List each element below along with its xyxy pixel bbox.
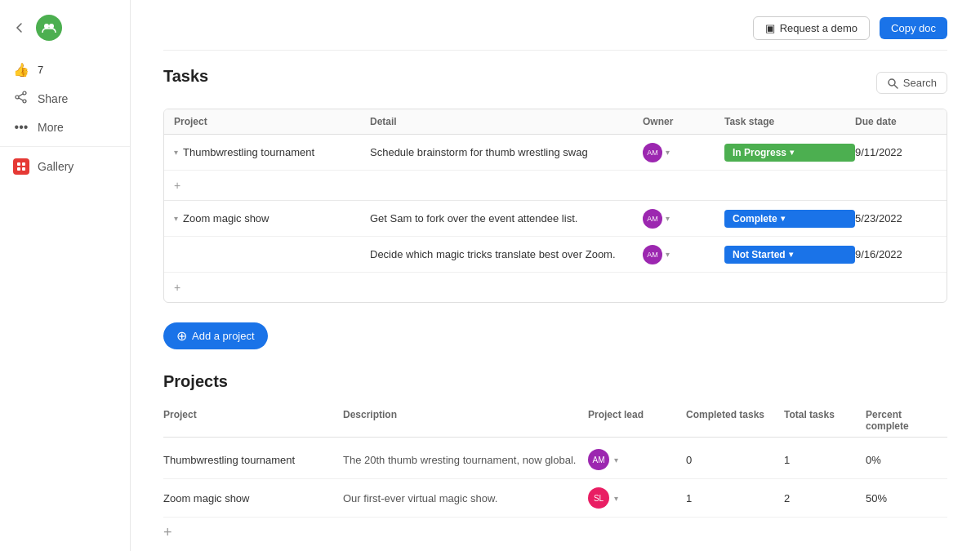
add-project-button[interactable]: ⊕ Add a project	[163, 322, 268, 349]
project-name-cell: ▾ Thumbwrestling tournament	[174, 146, 370, 158]
proj-header-total: Total tasks	[784, 409, 866, 432]
add-icon: +	[174, 179, 180, 192]
gallery-icon	[13, 158, 29, 175]
sidebar: 👍 7 Share ••• More	[0, 0, 131, 551]
lead-chevron-icon[interactable]: ▾	[614, 494, 618, 503]
header-owner: Owner	[643, 116, 724, 127]
proj-header-description: Description	[343, 409, 588, 432]
project-name-text: Zoom magic show	[183, 212, 269, 224]
owner-cell: AM ▾	[643, 143, 724, 162]
more-label: More	[38, 121, 64, 134]
tasks-title: Tasks	[163, 67, 208, 86]
sidebar-item-share[interactable]: Share	[0, 84, 130, 113]
stage-badge[interactable]: Complete ▾	[724, 210, 855, 228]
project-group-zoom: ▾ Zoom magic show Get Sam to fork over t…	[164, 201, 947, 302]
svg-point-11	[889, 79, 895, 86]
due-date: 9/11/2022	[855, 146, 937, 158]
stage-label: Not Started	[733, 249, 786, 260]
main-content: ▣ Request a demo Copy doc Tasks Search P…	[131, 0, 980, 551]
owner-cell: AM ▾	[643, 245, 724, 264]
avatar: SL	[588, 487, 609, 509]
avatar: AM	[643, 209, 662, 229]
project-lead-cell: SL ▾	[588, 487, 686, 509]
list-item: Thumbwrestling tournament The 20th thumb…	[163, 441, 947, 479]
header-project: Project	[174, 116, 370, 127]
svg-point-2	[23, 91, 26, 95]
proj-row-desc: The 20th thumb wresting tournament, now …	[343, 454, 588, 466]
header-stage: Task stage	[724, 116, 855, 127]
like-count: 7	[38, 64, 43, 76]
sidebar-item-gallery[interactable]: Gallery	[0, 152, 130, 181]
completed-tasks: 1	[686, 492, 784, 504]
projects-title: Projects	[163, 372, 947, 391]
project-lead-cell: AM ▾	[588, 449, 686, 470]
project-name-text: Thumbwrestling tournament	[183, 146, 314, 158]
plus-circle-icon: ⊕	[176, 328, 187, 344]
sidebar-top	[0, 8, 130, 47]
add-project-row[interactable]: +	[163, 518, 947, 548]
project-group-thumbwrestling: ▾ Thumbwrestling tournament Schedule bra…	[164, 135, 947, 201]
chevron-icon[interactable]: ▾	[174, 148, 178, 157]
copy-doc-button[interactable]: Copy doc	[880, 17, 947, 39]
stage-label: In Progress	[733, 147, 786, 158]
gallery-label: Gallery	[38, 160, 74, 173]
owner-chevron-icon[interactable]: ▾	[666, 250, 670, 259]
tasks-table-header: Project Detail Owner Task stage Due date	[164, 109, 947, 135]
header-detail: Detail	[370, 116, 643, 127]
completed-tasks: 0	[686, 454, 784, 466]
stage-cell: Complete ▾	[724, 210, 855, 228]
request-demo-button[interactable]: ▣ Request a demo	[753, 16, 870, 40]
percent-complete: 0%	[866, 454, 947, 466]
lead-chevron-icon[interactable]: ▾	[614, 455, 618, 464]
proj-header-completed: Completed tasks	[686, 409, 784, 432]
svg-point-0	[44, 24, 49, 29]
request-demo-label: Request a demo	[780, 22, 858, 34]
more-icon: •••	[13, 120, 29, 135]
tasks-table: Project Detail Owner Task stage Due date…	[163, 109, 947, 303]
tasks-header: Tasks Search	[163, 67, 947, 99]
copy-doc-label: Copy doc	[891, 22, 936, 34]
stage-cell: Not Started ▾	[724, 246, 855, 264]
owner-cell: AM ▾	[643, 209, 724, 229]
stage-label: Complete	[733, 213, 777, 224]
svg-rect-8	[22, 162, 25, 166]
task-detail: Decide which magic tricks translate best…	[370, 248, 643, 260]
add-project-label: Add a project	[192, 330, 255, 342]
sidebar-divider	[0, 146, 130, 147]
sidebar-item-more[interactable]: ••• More	[0, 113, 130, 141]
projects-table-header: Project Description Project lead Complet…	[163, 404, 947, 438]
due-date: 9/16/2022	[855, 248, 937, 260]
owner-chevron-icon[interactable]: ▾	[666, 214, 670, 223]
due-date: 5/23/2022	[855, 212, 937, 224]
add-task-row-2[interactable]: +	[164, 273, 947, 302]
stage-badge[interactable]: Not Started ▾	[724, 246, 855, 264]
search-label: Search	[903, 77, 937, 89]
total-tasks: 2	[784, 492, 866, 504]
svg-line-12	[894, 85, 898, 88]
search-icon	[887, 78, 898, 89]
projects-table: Project Description Project lead Complet…	[163, 404, 947, 548]
svg-rect-10	[22, 167, 25, 171]
stage-dropdown-icon: ▾	[790, 148, 794, 157]
back-button[interactable]	[10, 18, 29, 38]
chevron-icon[interactable]: ▾	[174, 214, 178, 223]
list-item: Zoom magic show Our first-ever virtual m…	[163, 479, 947, 518]
stage-badge[interactable]: In Progress ▾	[724, 144, 855, 162]
add-task-row-1[interactable]: +	[164, 171, 947, 200]
like-icon: 👍	[13, 62, 29, 78]
app-logo	[36, 15, 62, 41]
svg-rect-7	[17, 162, 20, 166]
share-icon	[13, 91, 29, 107]
percent-complete: 50%	[866, 492, 947, 504]
project-name-cell: ▾ Zoom magic show	[174, 212, 370, 224]
demo-icon: ▣	[765, 22, 775, 34]
search-button[interactable]: Search	[876, 72, 947, 94]
sidebar-item-likes[interactable]: 👍 7	[0, 56, 130, 84]
svg-point-1	[49, 24, 54, 29]
stage-cell: In Progress ▾	[724, 144, 855, 162]
svg-line-5	[19, 94, 23, 96]
owner-chevron-icon[interactable]: ▾	[666, 148, 670, 157]
avatar: AM	[588, 449, 609, 470]
share-label: Share	[38, 92, 68, 105]
total-tasks: 1	[784, 454, 866, 466]
